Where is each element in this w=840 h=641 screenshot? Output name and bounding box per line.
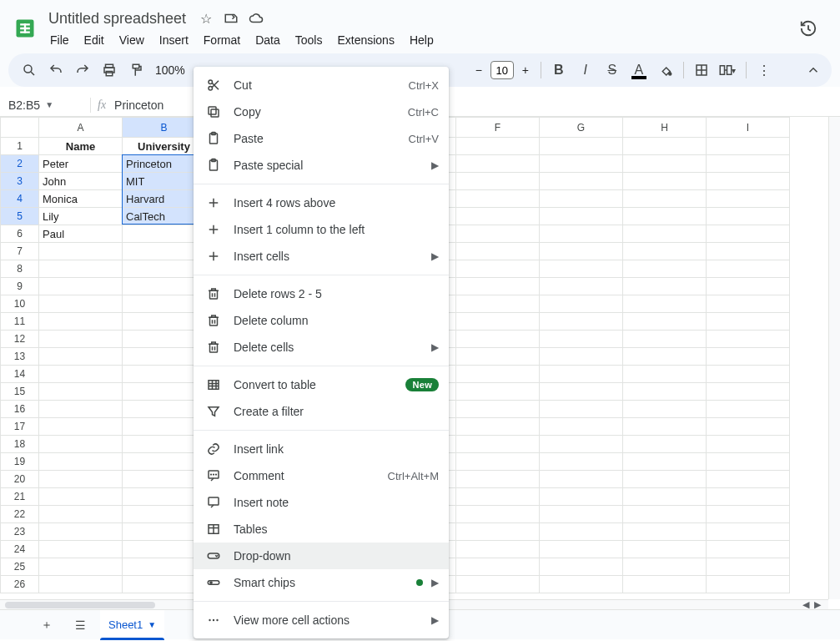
- cell[interactable]: [456, 558, 540, 576]
- sheet-tab-active[interactable]: Sheet1 ▼: [100, 610, 164, 640]
- cell[interactable]: [456, 436, 540, 453]
- column-header[interactable]: I: [707, 118, 790, 138]
- row-header[interactable]: 17: [1, 418, 39, 436]
- strikethrough-button[interactable]: S: [600, 58, 625, 83]
- more-toolbar-button[interactable]: ⋮: [752, 58, 777, 83]
- cell[interactable]: [623, 173, 707, 190]
- cell[interactable]: [540, 418, 623, 436]
- cell[interactable]: [707, 260, 790, 278]
- cell[interactable]: [456, 401, 540, 418]
- move-icon[interactable]: [221, 8, 241, 28]
- cell[interactable]: [540, 453, 623, 471]
- cell[interactable]: [456, 506, 540, 523]
- cell[interactable]: [623, 576, 707, 593]
- row-header[interactable]: 4: [1, 190, 39, 208]
- cell[interactable]: [456, 383, 540, 401]
- cell[interactable]: [623, 331, 707, 348]
- row-header[interactable]: 26: [1, 576, 39, 593]
- context-menu-item[interactable]: Smart chips▶: [194, 569, 449, 596]
- cell[interactable]: [456, 471, 540, 488]
- cell[interactable]: [707, 278, 790, 295]
- context-menu-item[interactable]: View more cell actions▶: [194, 607, 449, 633]
- cell[interactable]: [540, 155, 623, 173]
- formula-bar[interactable]: Princeton: [114, 98, 163, 112]
- cell[interactable]: [540, 523, 623, 541]
- cell[interactable]: [540, 278, 623, 295]
- context-menu-item[interactable]: PasteCtrl+V: [194, 125, 449, 152]
- row-header[interactable]: 14: [1, 366, 39, 383]
- row-header[interactable]: 15: [1, 383, 39, 401]
- cell[interactable]: [39, 418, 123, 436]
- cell[interactable]: [39, 436, 123, 453]
- row-header[interactable]: 9: [1, 278, 39, 295]
- cell[interactable]: [623, 190, 707, 208]
- cell[interactable]: [39, 541, 123, 558]
- row-header[interactable]: 1: [1, 138, 39, 155]
- sheet-nav-left-icon[interactable]: ◀: [801, 599, 811, 609]
- cell[interactable]: [540, 366, 623, 383]
- cell[interactable]: [456, 523, 540, 541]
- cell[interactable]: [623, 453, 707, 471]
- column-header[interactable]: F: [456, 118, 540, 138]
- cell[interactable]: [540, 138, 623, 155]
- cell[interactable]: [540, 576, 623, 593]
- zoom-select[interactable]: 100%: [150, 58, 190, 83]
- cell[interactable]: Lily: [39, 208, 123, 225]
- cell[interactable]: [39, 471, 123, 488]
- font-size-decrease[interactable]: −: [469, 60, 489, 80]
- cell[interactable]: [456, 313, 540, 331]
- cell[interactable]: [707, 523, 790, 541]
- doc-title[interactable]: Untitled spreadsheet: [43, 8, 191, 29]
- cell[interactable]: [623, 138, 707, 155]
- cell[interactable]: [456, 576, 540, 593]
- cell[interactable]: [39, 383, 123, 401]
- name-box-dropdown-icon[interactable]: ▼: [45, 100, 53, 109]
- borders-button[interactable]: [689, 58, 714, 83]
- cell[interactable]: [456, 418, 540, 436]
- row-header[interactable]: 8: [1, 260, 39, 278]
- star-icon[interactable]: ☆: [196, 8, 216, 28]
- row-header[interactable]: 23: [1, 523, 39, 541]
- menu-extensions[interactable]: Extensions: [330, 30, 400, 50]
- redo-button[interactable]: [70, 58, 95, 83]
- merge-cells-button[interactable]: ▾: [716, 58, 741, 83]
- print-button[interactable]: [97, 58, 122, 83]
- row-header[interactable]: 2: [1, 155, 39, 173]
- cell[interactable]: [623, 506, 707, 523]
- cell[interactable]: [540, 331, 623, 348]
- cell[interactable]: [623, 366, 707, 383]
- context-menu-item[interactable]: Insert link: [194, 436, 449, 462]
- cell[interactable]: [456, 243, 540, 260]
- cell[interactable]: [623, 278, 707, 295]
- cell[interactable]: [540, 295, 623, 313]
- context-menu-item[interactable]: Insert 4 rows above: [194, 189, 449, 216]
- cell[interactable]: [707, 225, 790, 243]
- context-menu-item[interactable]: Create a filter: [194, 398, 449, 425]
- fill-color-button[interactable]: [653, 58, 678, 83]
- cell[interactable]: [707, 173, 790, 190]
- cell[interactable]: [707, 138, 790, 155]
- context-menu-item[interactable]: CopyCtrl+C: [194, 98, 449, 125]
- cell[interactable]: [623, 313, 707, 331]
- font-size-increase[interactable]: +: [516, 60, 536, 80]
- cell[interactable]: [623, 418, 707, 436]
- cell[interactable]: [540, 208, 623, 225]
- menu-tools[interactable]: Tools: [289, 30, 329, 50]
- column-header[interactable]: A: [39, 118, 123, 138]
- cell[interactable]: [540, 471, 623, 488]
- row-header[interactable]: 7: [1, 243, 39, 260]
- italic-button[interactable]: I: [573, 58, 598, 83]
- cell[interactable]: [456, 295, 540, 313]
- cell[interactable]: [707, 243, 790, 260]
- row-header[interactable]: 19: [1, 453, 39, 471]
- row-header[interactable]: 13: [1, 348, 39, 366]
- cell[interactable]: [707, 313, 790, 331]
- cell[interactable]: John: [39, 173, 123, 190]
- row-header[interactable]: 18: [1, 436, 39, 453]
- cell[interactable]: [39, 523, 123, 541]
- cell[interactable]: [39, 295, 123, 313]
- row-header[interactable]: 24: [1, 541, 39, 558]
- row-header[interactable]: 12: [1, 331, 39, 348]
- cell[interactable]: [456, 260, 540, 278]
- vertical-scrollbar[interactable]: [828, 117, 840, 599]
